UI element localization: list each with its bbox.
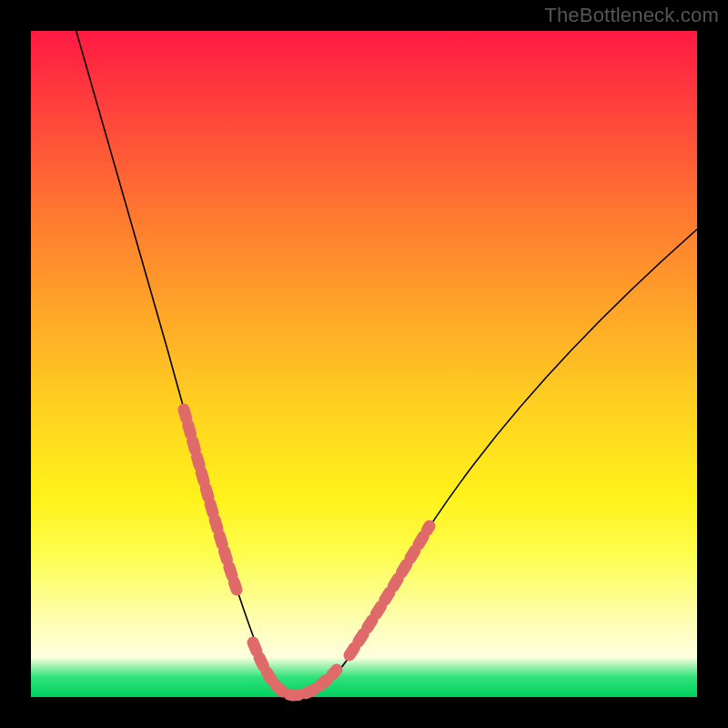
right-dots-segment xyxy=(349,526,430,655)
chart-svg xyxy=(31,31,697,697)
valley-dots-segment xyxy=(253,642,337,695)
highlight-dots xyxy=(184,410,430,695)
left-dots-segment xyxy=(184,410,237,590)
watermark-label: TheBottleneck.com xyxy=(544,4,719,27)
chart-frame: TheBottleneck.com xyxy=(0,0,728,728)
plot-area xyxy=(31,31,697,697)
